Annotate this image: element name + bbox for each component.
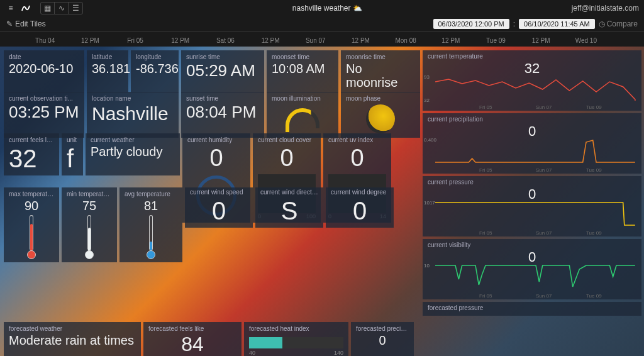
date-to[interactable]: 06/10/2020 11:45 AM (519, 19, 595, 29)
waves-view-icon[interactable]: ∿ (55, 3, 69, 14)
tile-feels-like[interactable]: current feels like32 (4, 133, 59, 175)
page-title: nashville weather ⛅ (83, 4, 572, 13)
chart-temperature[interactable]: current temperature 32 93 32 Fri 05 Sun … (423, 50, 641, 111)
tile-moonrise[interactable]: moonrise timeNo moonrise (341, 50, 420, 92)
tiles-view-icon[interactable]: ▦ (41, 3, 55, 14)
gauge-icon (286, 108, 319, 128)
tile-weather[interactable]: current weatherPartly cloudy (86, 133, 180, 175)
tile-wind-speed[interactable]: current wind speed0 (185, 187, 253, 228)
list-view-icon[interactable]: ☰ (69, 3, 82, 14)
tile-longitude[interactable]: longitude-86.736 (131, 50, 179, 92)
thermometer-icon (147, 215, 155, 259)
menu-icon[interactable]: ≡ (5, 3, 16, 14)
tile-obs-time[interactable]: current observation ti...03:25 PM (4, 92, 84, 138)
tile-moon-illum[interactable]: moon illumination (267, 92, 338, 138)
chart-fc-pressure[interactable]: forecasted pressure (423, 302, 641, 316)
tile-fc-heat[interactable]: forecasted heat index40140 (244, 322, 348, 356)
tile-moonset[interactable]: moonset time10:08 AM (267, 50, 338, 92)
logo-icon (20, 3, 31, 14)
chart-precipitation[interactable]: current precipitation 0 0.400 Fri 05 Sun… (423, 113, 641, 174)
edit-tiles-button[interactable]: ✎ Edit Tiles (6, 19, 46, 28)
tile-min-temp[interactable]: min temperature75 (62, 187, 117, 262)
moon-icon (366, 104, 395, 133)
tile-fc-weather[interactable]: forecasted weatherModerate rain at times (4, 322, 141, 356)
thermometer-icon (27, 215, 36, 259)
tile-wind-deg[interactable]: current wind degree0 (326, 187, 394, 228)
tile-unit[interactable]: unitf (62, 133, 83, 175)
chart-pressure[interactable]: current pressure 0 1017 Fri 05 Sun 07 Tu… (423, 176, 641, 236)
tile-fc-precip[interactable]: forecasted precipitati...0 (351, 322, 414, 356)
tile-moon-phase[interactable]: moon phase (341, 92, 420, 138)
date-from[interactable]: 06/03/2020 12:00 PM (433, 19, 509, 29)
tile-sunset[interactable]: sunset time08:04 PM (181, 92, 264, 138)
tile-avg-temp[interactable]: avg temperature81 (119, 187, 182, 262)
compare-button[interactable]: ◷ Compare (599, 19, 638, 28)
tile-location[interactable]: location nameNashville (87, 92, 179, 138)
user-email[interactable]: jeff@initialstate.com (572, 4, 639, 13)
tile-sunrise[interactable]: sunrise time05:29 AM (181, 50, 264, 92)
tile-fc-feels[interactable]: forecasted feels like84 (143, 322, 242, 356)
clock-icon: ◷ (599, 19, 605, 28)
tile-latitude[interactable]: latitude36.181 (87, 50, 128, 92)
thermometer-icon (85, 215, 94, 259)
tile-max-temp[interactable]: max temperature90 (4, 187, 59, 262)
tile-wind-dir[interactable]: current wind directionS (255, 187, 323, 228)
pencil-icon: ✎ (6, 19, 13, 28)
tile-date[interactable]: date2020-06-10 (4, 50, 84, 92)
timeline[interactable]: Thu 0412 PMFri 0512 PMSat 0612 PMSun 071… (0, 31, 644, 47)
chart-visibility[interactable]: current visibility 0 10 Fri 05 Sun 07 Tu… (423, 239, 641, 299)
